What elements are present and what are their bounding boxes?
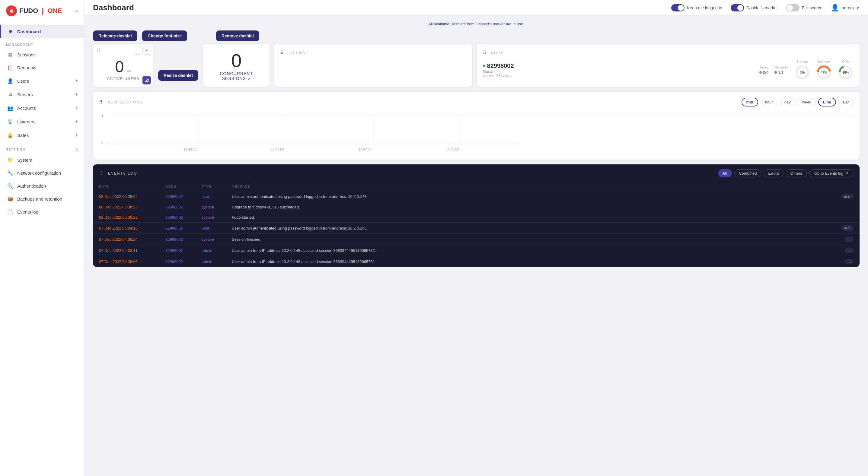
sidebar-item-servers[interactable]: 🖥 Servers + — [0, 88, 84, 101]
filter-others-button[interactable]: Others — [786, 169, 807, 178]
event-type: user — [202, 194, 232, 199]
sidebar-item-sessions[interactable]: ▦ Sessions — [0, 48, 84, 61]
sidebar-item-label: Users — [17, 78, 29, 84]
sidebar-item-authentication[interactable]: 🔍 Authentication — [0, 180, 84, 192]
relocate-dashlet-tooltip: Relocate dashlet — [93, 30, 137, 41]
dashboard-content: All available Dashlets from Dashlet's ma… — [85, 16, 868, 476]
active-users-count: 0 — [115, 58, 124, 75]
add-safe-button[interactable]: + — [75, 132, 78, 138]
node-id-row: 82998002 — [483, 62, 514, 69]
filter-hour-button[interactable]: hour — [761, 98, 777, 106]
add-user-button[interactable]: + — [75, 78, 78, 84]
market-notice: All available Dashlets from Dashlet's ma… — [93, 22, 860, 26]
widget-rename-input[interactable] — [133, 48, 141, 53]
sidebar-item-requests[interactable]: 📋 Requests — [0, 61, 84, 74]
storage-value: 0% — [800, 71, 805, 74]
tooltip-bubbles: Relocate dashlet Change font-size Remove… — [93, 30, 860, 41]
event-node: 82998002 — [165, 259, 202, 264]
keep-logged-in-toggle[interactable] — [671, 4, 684, 11]
node-header: ⠿ NODE — [483, 50, 854, 56]
concurrent-sessions-count: 0 — [231, 50, 242, 71]
dashboard-icon: ⊞ — [7, 29, 13, 34]
sessions-chart-area: 1 0 — [99, 111, 854, 154]
node-details: 82998002 Master Uptime: 23 days... — [483, 62, 514, 78]
add-listener-button[interactable]: + — [75, 119, 78, 125]
resize-dashlet-button[interactable] — [143, 76, 151, 85]
widget-input[interactable] — [133, 46, 141, 55]
keep-logged-in-toggle-group: Keep me logged in — [671, 4, 722, 11]
filter-errors-button[interactable]: Errors — [764, 169, 783, 178]
event-message: Session finished. ... — [232, 236, 854, 242]
filter-min-button[interactable]: min — [742, 98, 758, 106]
main-content: Dashboard Keep me logged in Dashlet's ma… — [85, 0, 868, 476]
sidebar-item-system[interactable]: 📁 System — [0, 154, 84, 166]
sidebar-item-network[interactable]: 🔧 Network configuration — [0, 166, 84, 180]
sessions-chart-svg: 1 0 — [99, 111, 854, 154]
safes-icon: 🔒 — [7, 132, 13, 138]
event-node: 82998002 — [165, 215, 202, 220]
storage-label: Storage — [794, 60, 810, 63]
sessions-drag-icon[interactable]: ⠿ — [99, 99, 103, 105]
sidebar-item-users[interactable]: 👤 Users + — [0, 74, 84, 88]
widget-close-button[interactable]: × — [143, 46, 151, 55]
sidebar-item-events[interactable]: 📄 Events log — [0, 205, 84, 218]
event-node: 82998002 — [165, 194, 202, 199]
dashlet-market-toggle[interactable] — [731, 4, 744, 11]
sidebar: ⊛ FUDO | ONE « ⊞ Dashboard MANAGEMENT ▦ … — [0, 0, 85, 476]
license-title: LICENSE — [289, 51, 308, 55]
go-to-events-log-button[interactable]: Go to Events log ↗ — [809, 169, 854, 178]
system-icon: 📁 — [7, 157, 13, 163]
sessions-title-row: ⠿ NEW SESSIONS — [99, 99, 143, 105]
license-drag-icon[interactable]: ⠿ — [280, 50, 285, 55]
sessions-chart-title: NEW SESSIONS — [107, 100, 143, 104]
sidebar-collapse-button[interactable]: « — [75, 8, 78, 14]
event-date: 07 Dec 2022 04:08:24 — [99, 237, 165, 242]
events-drag-icon[interactable]: ⠿ — [99, 170, 103, 176]
disks-stat: Disks 0/0 — [760, 65, 768, 75]
event-message: User admin from IP address 10.2.0.148 ac… — [232, 259, 854, 264]
sidebar-item-safes[interactable]: 🔒 Safes + — [0, 128, 84, 142]
node-stats: Disks 0/0 Networks 1/1 — [760, 60, 854, 80]
concurrent-sessions-label[interactable]: CONCURRENT SESSIONS ↗ — [209, 71, 264, 81]
add-server-button[interactable]: + — [75, 91, 78, 98]
sidebar-item-label: Backups and retention — [17, 196, 62, 201]
filter-line-button[interactable]: Line — [818, 98, 836, 106]
event-date: 08 Dec 2022 05:38:23 — [99, 205, 165, 209]
active-users-label: ACTIVE USERS — [99, 76, 147, 81]
node-drag-icon[interactable]: ⠿ — [483, 50, 487, 55]
networks-stat: Networks 1/1 — [774, 65, 788, 75]
user-avatar-icon: 👤 — [831, 4, 839, 12]
drag-handle-icon[interactable]: ⠿ — [97, 47, 100, 54]
listeners-icon: 📡 — [7, 119, 13, 125]
full-screen-toggle[interactable] — [786, 4, 800, 11]
settings-chevron-icon[interactable]: ∧ — [75, 147, 78, 152]
sidebar-item-listeners[interactable]: 📡 Listeners + — [0, 115, 84, 128]
sidebar-item-dashboard[interactable]: ⊞ Dashboard — [0, 25, 84, 38]
filter-all-button[interactable]: All — [718, 169, 732, 178]
event-type: system — [202, 215, 232, 220]
sidebar-item-accounts[interactable]: 👥 Accounts + — [0, 101, 84, 115]
filter-bar-button[interactable]: Bar — [838, 98, 854, 106]
header: Dashboard Keep me logged in Dashlet's ma… — [85, 0, 868, 16]
disks-indicator — [760, 71, 762, 73]
event-type: user — [202, 226, 232, 230]
table-row: 08 Dec 2022 05:38:22 82998002 system Fud… — [93, 212, 860, 222]
memory-stat: Memory 47% — [816, 60, 832, 80]
event-date: 07 Dec 2022 06:34:16 — [99, 226, 165, 230]
users-icon: 👤 — [7, 78, 13, 84]
add-account-button[interactable]: + — [75, 105, 78, 111]
sidebar-item-backups[interactable]: 📦 Backups and retention — [0, 192, 84, 205]
event-message: User admin from IP address 10.2.0.148 ac… — [232, 248, 854, 253]
user-menu[interactable]: 👤 admin ∨ — [831, 4, 860, 12]
filter-week-button[interactable]: week — [798, 98, 816, 106]
filter-combined-button[interactable]: Combined — [734, 169, 761, 178]
networks-value: 1/1 — [774, 70, 788, 75]
svg-text:0: 0 — [101, 141, 103, 145]
dashlet-market-label: Dashlet's market — [746, 5, 778, 10]
filter-day-button[interactable]: day — [780, 98, 795, 106]
sidebar-item-label: Events log — [17, 209, 38, 215]
user-menu-chevron-icon: ∨ — [856, 5, 860, 10]
cpu-stat: CPU 18% — [838, 60, 854, 80]
logo-icon: ⊛ — [6, 5, 17, 16]
arrows-icon: «» — [126, 68, 131, 73]
